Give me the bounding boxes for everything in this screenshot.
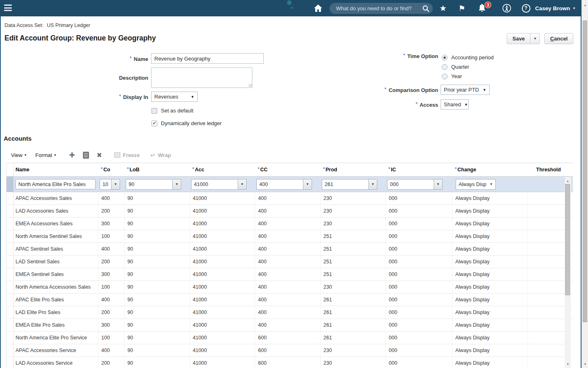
- view-menu-button[interactable]: View ▾: [11, 152, 26, 158]
- delete-row-button[interactable]: ✖: [96, 151, 102, 159]
- row-selector-cell[interactable]: [7, 357, 14, 368]
- resize-handle[interactable]: [248, 83, 252, 87]
- column-header-threshold[interactable]: Threshold: [528, 163, 573, 176]
- edit-acc-combobox[interactable]: 41000 ▼: [191, 179, 247, 190]
- wrap-button[interactable]: ↵ Wrap: [150, 152, 171, 158]
- cell-change: Always Display: [452, 268, 528, 280]
- column-header-name[interactable]: Name: [14, 163, 98, 176]
- row-selector-cell[interactable]: [7, 177, 14, 192]
- table-row[interactable]: APAC Elite Pro Sales 400 90 41000 400 26…: [7, 294, 573, 306]
- search-input[interactable]: [336, 5, 422, 11]
- cell-ic: 000: [386, 218, 452, 230]
- set-as-default-row: Set as default: [151, 108, 194, 114]
- chevron-down-icon[interactable]: ▼: [303, 179, 312, 190]
- row-selector-cell[interactable]: [7, 218, 14, 230]
- table-row[interactable]: APAC Sentinel Sales 400 90 41000 400 251…: [7, 243, 573, 256]
- edit-cc-combobox[interactable]: 400 ▼: [256, 179, 312, 190]
- notifications-bell-icon[interactable]: 3: [475, 0, 489, 16]
- row-selector-cell[interactable]: [7, 256, 14, 268]
- edit-change-select[interactable]: Always Disp ▼: [456, 179, 496, 190]
- row-selector-cell[interactable]: [7, 332, 14, 344]
- description-field[interactable]: [151, 67, 252, 88]
- column-header-lob[interactable]: * LoB: [125, 163, 190, 176]
- table-row[interactable]: EMEA Sentinel Sales 300 90 41000 400 251…: [7, 268, 573, 281]
- column-header-cc[interactable]: * CC: [255, 163, 321, 176]
- table-row[interactable]: North Amercia Sentinel Sales 100 90 4100…: [7, 230, 573, 243]
- set-as-default-checkbox[interactable]: [151, 108, 157, 114]
- dynamically-derive-checkbox[interactable]: ✔: [151, 121, 157, 126]
- time-option-quarter: Quarter: [442, 64, 469, 70]
- column-header-co[interactable]: * Co: [98, 163, 125, 176]
- scroll-up-arrow[interactable]: ▲: [565, 178, 571, 184]
- add-row-button[interactable]: ✚: [69, 151, 75, 159]
- row-selector-cell[interactable]: [7, 281, 14, 293]
- cell-co: 100: [98, 281, 125, 293]
- cell-co: 200: [98, 205, 125, 217]
- user-menu[interactable]: Casey Brown ▼: [535, 0, 576, 16]
- table-row[interactable]: APAC Accessories Service 400 90 41000 60…: [7, 344, 573, 357]
- edit-name-input[interactable]: [16, 179, 96, 189]
- search-icon[interactable]: [422, 5, 430, 12]
- chevron-down-icon[interactable]: ▼: [238, 179, 247, 190]
- column-header-prod[interactable]: * Prod: [321, 163, 386, 176]
- help-icon[interactable]: ?: [521, 0, 531, 16]
- duplicate-row-button[interactable]: [83, 152, 89, 159]
- table-scrollbar-thumb[interactable]: [565, 184, 570, 295]
- format-menu-button[interactable]: Format ▾: [35, 152, 56, 158]
- row-selector-cell[interactable]: [7, 294, 14, 306]
- scroll-up-arrow[interactable]: ▲: [582, 2, 588, 8]
- table-row[interactable]: LAD Accessories Service 200 90 41000 600…: [7, 357, 573, 368]
- row-selector-cell[interactable]: [7, 306, 14, 319]
- accessibility-icon[interactable]: [501, 0, 512, 16]
- column-header-change[interactable]: * Change: [452, 163, 528, 176]
- page-scrollbar[interactable]: ▲ ▼: [581, 0, 588, 368]
- cancel-button[interactable]: Cancel: [544, 33, 573, 44]
- table-row[interactable]: EMEA Accessories Sales 300 90 41000 400 …: [7, 218, 573, 230]
- access-select[interactable]: Shared ▼: [441, 99, 469, 110]
- comparison-option-select[interactable]: Prior year PTD ▼: [441, 85, 490, 95]
- radio-accounting-period[interactable]: [442, 55, 448, 61]
- table-row[interactable]: EMEA Elite Pro Sales 300 90 41000 400 26…: [7, 319, 573, 332]
- table-scrollbar[interactable]: ▲ ▼: [565, 177, 571, 368]
- table-edit-row[interactable]: 10 ▼ 90 ▼ 41000 ▼ 400 ▼: [7, 177, 573, 192]
- column-header-ic[interactable]: * IC: [386, 163, 452, 176]
- scroll-down-arrow[interactable]: ▼: [582, 361, 588, 367]
- chevron-down-icon[interactable]: ▼: [172, 179, 181, 190]
- row-selector-cell[interactable]: [7, 192, 14, 204]
- row-selector-cell[interactable]: [7, 319, 14, 331]
- scroll-down-arrow[interactable]: ▼: [565, 361, 571, 367]
- menu-icon[interactable]: [4, 4, 12, 12]
- row-selector-cell[interactable]: [7, 230, 14, 242]
- edit-lob-combobox[interactable]: 90 ▼: [126, 179, 181, 190]
- chevron-down-icon[interactable]: ▼: [368, 179, 377, 190]
- edit-prod-combobox[interactable]: 261 ▼: [322, 179, 377, 190]
- table-row[interactable]: LAD Elite Pro Sales 200 90 41000 400 261…: [7, 306, 573, 319]
- home-icon[interactable]: [313, 0, 323, 16]
- table-row[interactable]: LAD Sentinel Sales 200 90 41000 400 251 …: [7, 256, 573, 268]
- row-selector-cell[interactable]: [7, 344, 14, 357]
- cell-acc: 41000: [190, 344, 255, 357]
- watchlist-flag-icon[interactable]: ⚑: [457, 0, 467, 16]
- edit-ic-combobox[interactable]: 000 ▼: [387, 179, 443, 190]
- radio-year[interactable]: [442, 74, 448, 79]
- column-header-acc[interactable]: * Acc: [190, 163, 255, 176]
- edit-co-combobox[interactable]: 10 ▼: [100, 179, 120, 190]
- chevron-down-icon[interactable]: ▼: [434, 179, 443, 190]
- save-button[interactable]: Save: [507, 33, 530, 44]
- freeze-button[interactable]: Freeze: [114, 152, 140, 158]
- row-selector-cell[interactable]: [7, 243, 14, 255]
- cell-cc: 600: [255, 332, 321, 344]
- table-row[interactable]: North America Accessories Sales 100 90 4…: [7, 281, 573, 294]
- row-selector-cell[interactable]: [7, 268, 14, 280]
- chevron-down-icon[interactable]: ▼: [111, 179, 120, 190]
- row-selector-cell[interactable]: [7, 205, 14, 217]
- page-scrollbar-thumb[interactable]: [583, 20, 587, 322]
- table-row[interactable]: APAC Accessories Sales 400 90 41000 400 …: [7, 192, 573, 205]
- table-row[interactable]: North America Elite Pro Service 100 90 4…: [7, 332, 573, 344]
- table-row[interactable]: LAD Accessories Sales 200 90 41000 400 2…: [7, 205, 573, 218]
- favorites-star-icon[interactable]: ★: [438, 0, 448, 16]
- radio-quarter[interactable]: [442, 64, 448, 70]
- save-dropdown-button[interactable]: ▼: [530, 33, 540, 44]
- name-field[interactable]: [151, 53, 264, 64]
- display-in-select[interactable]: Revenues ▼: [151, 92, 198, 102]
